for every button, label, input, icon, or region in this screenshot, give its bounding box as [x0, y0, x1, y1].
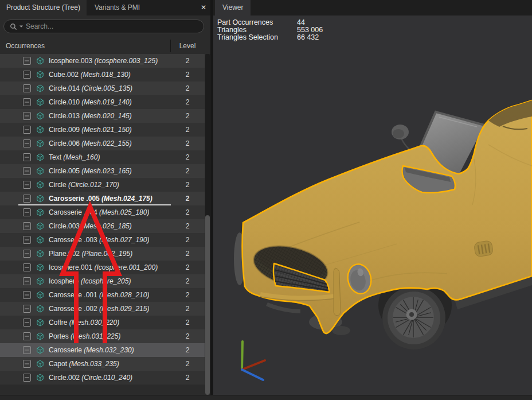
- row-checkbox[interactable]: [23, 195, 31, 203]
- tree-row[interactable]: Carosserie .004 (Mesh.025_180) 2: [0, 205, 205, 219]
- row-level: 2: [171, 236, 204, 244]
- row-checkbox[interactable]: [23, 181, 31, 189]
- tree-row[interactable]: Circle.009 (Mesh.021_150) 2: [0, 123, 205, 137]
- tab-viewer[interactable]: Viewer: [215, 0, 251, 15]
- mesh-node-icon: [36, 71, 44, 79]
- mesh-node-icon: [36, 208, 44, 216]
- row-checkbox[interactable]: [23, 250, 31, 258]
- row-checkbox[interactable]: [23, 98, 31, 106]
- door-louver-vent: [474, 240, 494, 258]
- row-checkbox[interactable]: [23, 319, 31, 327]
- row-name: Text: [49, 153, 63, 161]
- row-label: Carosserie .002 (Mesh.029_215): [49, 305, 149, 313]
- tree-row[interactable]: Carosserie .005 (Mesh.024_175) 2: [0, 192, 205, 205]
- tree-header: Occurrences Level: [0, 38, 213, 55]
- tree-row[interactable]: Circle.010 (Mesh.019_140) 2: [0, 95, 205, 109]
- mesh-node-icon: [36, 346, 44, 354]
- row-label: Circle.002 (Circle.010_240): [49, 374, 132, 382]
- column-occurrences[interactable]: Occurrences: [6, 42, 45, 50]
- row-name: Cube.002: [49, 71, 80, 79]
- row-meta: (Mesh.030_220): [69, 319, 119, 327]
- row-label: Text (Mesh_160): [49, 153, 100, 161]
- mesh-node-icon: [36, 374, 44, 382]
- tree-row[interactable]: Icosphere.003 (Icosphere.003_125) 2: [0, 54, 205, 68]
- tree-row[interactable]: Carosserie (Mesh.032_230) 2: [0, 343, 205, 357]
- tree-row[interactable]: Circle.014 (Circle.005_135) 2: [0, 81, 205, 95]
- row-meta: (Circle.005_135): [81, 84, 132, 92]
- row-checkbox[interactable]: [23, 139, 31, 147]
- tab-variants-pmi[interactable]: Variants & PMI: [87, 0, 148, 15]
- row-checkbox[interactable]: [23, 236, 31, 244]
- row-level: 2: [171, 222, 204, 230]
- search-input[interactable]: Search...: [3, 20, 204, 33]
- tree-scrollbar-thumb[interactable]: [205, 215, 210, 395]
- tree-row[interactable]: Cube.002 (Mesh.018_130) 2: [0, 68, 205, 81]
- close-icon[interactable]: ✕: [198, 0, 209, 15]
- row-level: 2: [171, 291, 204, 299]
- row-checkbox[interactable]: [23, 263, 31, 271]
- row-name: Circle: [49, 181, 68, 189]
- tree-row[interactable]: Circle.002 (Circle.010_240) 2: [0, 371, 205, 385]
- row-label: Cube.002 (Mesh.018_130): [49, 71, 131, 79]
- row-label: Carosserie .003 (Mesh.027_190): [49, 236, 149, 244]
- tree-row[interactable]: Coffre (Mesh.030_220) 2: [0, 316, 205, 329]
- row-name: Circle.003: [49, 222, 81, 230]
- row-level: 2: [171, 305, 204, 313]
- row-checkbox[interactable]: [23, 112, 31, 120]
- column-level[interactable]: Level: [171, 42, 204, 50]
- tree-row[interactable]: Circle.013 (Mesh.020_145) 2: [0, 109, 205, 123]
- tree-row[interactable]: Plane.002 (Plane.002_195) 2: [0, 247, 205, 261]
- row-level: 2: [171, 374, 204, 382]
- tree-row[interactable]: Icosphere (Icosphere_205) 2: [0, 274, 205, 288]
- row-meta: (Mesh.021_150): [81, 126, 131, 134]
- tree-row[interactable]: Icosphere.001 (Icosphere.001_200) 2: [0, 261, 205, 274]
- row-name: Icosphere.003: [49, 57, 94, 65]
- mesh-node-icon: [36, 250, 44, 258]
- row-level: 2: [171, 153, 204, 161]
- row-checkbox[interactable]: [23, 346, 31, 354]
- row-level: 2: [171, 84, 204, 92]
- row-level: 2: [171, 277, 204, 285]
- row-checkbox[interactable]: [23, 332, 31, 340]
- row-checkbox[interactable]: [23, 305, 31, 313]
- tree-row[interactable]: Capot (Mesh.033_235) 2: [0, 357, 205, 371]
- row-checkbox[interactable]: [23, 222, 31, 230]
- row-checkbox[interactable]: [23, 360, 31, 368]
- row-checkbox[interactable]: [23, 208, 31, 216]
- row-checkbox[interactable]: [23, 84, 31, 92]
- tree-row[interactable]: Carosserie .001 (Mesh.028_210) 2: [0, 288, 205, 302]
- row-checkbox[interactable]: [23, 126, 31, 134]
- tab-product-structure[interactable]: Product Structure (Tree): [0, 0, 87, 15]
- row-checkbox[interactable]: [23, 57, 31, 65]
- tree-row[interactable]: Carosserie .003 (Mesh.027_190) 2: [0, 233, 205, 247]
- mesh-node-icon: [36, 126, 44, 134]
- tree-row[interactable]: Portes (Mesh.031_225) 2: [0, 329, 205, 343]
- mesh-node-icon: [36, 167, 44, 175]
- tree-row[interactable]: Circle.005 (Mesh.023_165) 2: [0, 164, 205, 178]
- row-checkbox[interactable]: [23, 167, 31, 175]
- row-level: 2: [171, 181, 204, 189]
- tree-row[interactable]: Circle.006 (Mesh.022_155) 2: [0, 137, 205, 150]
- row-name: Circle.013: [49, 112, 81, 120]
- tree-row[interactable]: Carosserie .002 (Mesh.029_215) 2: [0, 302, 205, 316]
- row-name: Circle.005: [49, 167, 81, 175]
- tree-row[interactable]: Text (Mesh_160) 2: [0, 150, 205, 164]
- tree-row[interactable]: Circle.003 (Mesh.026_185) 2: [0, 219, 205, 233]
- front-wheel[interactable]: [382, 286, 445, 349]
- row-name: Coffre: [49, 319, 69, 327]
- row-checkbox[interactable]: [23, 153, 31, 161]
- row-checkbox[interactable]: [23, 374, 31, 382]
- row-level: 2: [171, 319, 204, 327]
- viewer-stats: Part Occurrences 44 Triangles 553 006 Tr…: [217, 19, 323, 41]
- row-checkbox[interactable]: [23, 277, 31, 285]
- row-label: Icosphere.001 (Icosphere.001_200): [49, 263, 158, 271]
- search-filter-caret-icon[interactable]: [19, 25, 24, 28]
- row-checkbox[interactable]: [23, 71, 31, 79]
- row-name: Carosserie: [49, 346, 84, 354]
- left-tabbar: Product Structure (Tree) Variants & PMI …: [0, 0, 213, 15]
- tree-row[interactable]: Circle (Circle.012_170) 2: [0, 178, 205, 192]
- row-checkbox[interactable]: [23, 291, 31, 299]
- row-name: Icosphere.001: [49, 263, 94, 271]
- row-level: 2: [171, 208, 204, 216]
- viewer-3d-scene[interactable]: [213, 15, 532, 395]
